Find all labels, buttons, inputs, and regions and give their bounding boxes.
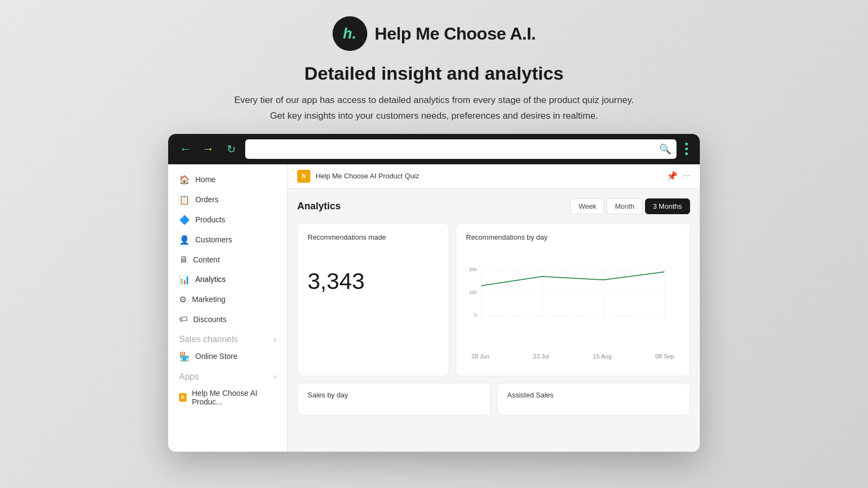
chevron-right-icon: ›	[273, 335, 276, 344]
page-header: h. Help Me Choose A.I. Detailed insight …	[234, 0, 634, 124]
month-filter-button[interactable]: Month	[607, 198, 642, 214]
search-icon[interactable]: 🔍	[659, 143, 671, 155]
line-chart: 200 100 0	[466, 247, 680, 350]
page-subtitle: Every tier of our app has access to deta…	[234, 93, 634, 124]
svg-text:0: 0	[474, 312, 477, 318]
app-small-logo: h	[297, 170, 310, 183]
discounts-icon: 🏷	[179, 314, 188, 324]
dot-2	[685, 147, 688, 150]
sales-by-day-card: Sales by day	[297, 383, 490, 415]
recommendations-card: Recommendations made 3,343	[297, 223, 449, 376]
top-cards-row: Recommendations made 3,343 Recommendatio…	[297, 223, 690, 376]
sidebar-item-discounts[interactable]: 🏷 Discounts	[168, 310, 287, 329]
sidebar-label-online-store: Online Store	[195, 352, 238, 361]
x-label-4: 08 Sep	[655, 353, 674, 359]
three-months-filter-button[interactable]: 3 Months	[645, 198, 690, 214]
sidebar-item-customers[interactable]: 👤 Customers	[168, 230, 287, 250]
analytics-icon: 📊	[179, 274, 190, 285]
more-icon[interactable]: ···	[683, 171, 690, 181]
sidebar-label-marketing: Marketing	[192, 295, 225, 304]
sidebar: 🏠 Home 📋 Orders 🔷 Products 👤 Customers 🖥…	[168, 164, 288, 452]
marketing-icon: ⚙	[179, 294, 187, 305]
browser-search-bar: 🔍	[245, 139, 676, 159]
page-title: Detailed insight and analytics	[304, 63, 564, 84]
time-filter-group: Week Month 3 Months	[570, 198, 690, 214]
app-title: Help Me Choose AI Product Quiz	[316, 172, 661, 180]
chart-container: 200 100 0 28 Jun	[466, 247, 680, 366]
sidebar-item-home[interactable]: 🏠 Home	[168, 170, 287, 190]
apps-section: Apps ›	[168, 367, 287, 384]
svg-text:100: 100	[469, 290, 477, 295]
app-icon: h	[179, 393, 187, 402]
logo-row: h. Help Me Choose A.I.	[333, 16, 536, 51]
dot-1	[685, 143, 688, 145]
app-top-bar: h Help Me Choose AI Product Quiz 📌 ···	[288, 164, 700, 189]
assisted-sales-title: Assisted Sales	[507, 391, 680, 399]
chart-x-labels: 28 Jun 22 Jul 15 Aug 08 Sep	[466, 353, 680, 359]
chart-card: Recommendations by day	[456, 223, 690, 376]
recommendations-value: 3,343	[308, 268, 439, 294]
week-filter-button[interactable]: Week	[570, 198, 604, 214]
browser-bar: ← → ↻ 🔍	[168, 134, 700, 164]
sales-by-day-title: Sales by day	[308, 391, 480, 399]
header-icons: 📌 ···	[667, 171, 690, 181]
app-content: 🏠 Home 📋 Orders 🔷 Products 👤 Customers 🖥…	[168, 164, 700, 452]
brand-name: Help Me Choose A.I.	[375, 24, 536, 44]
sidebar-label-customers: Customers	[195, 235, 232, 244]
sidebar-item-products[interactable]: 🔷 Products	[168, 210, 287, 230]
sidebar-label-content: Content	[193, 255, 220, 264]
back-button[interactable]: ←	[177, 140, 194, 158]
sidebar-item-content[interactable]: 🖥 Content	[168, 250, 287, 269]
content-icon: 🖥	[179, 255, 188, 265]
refresh-button[interactable]: ↻	[222, 140, 240, 158]
browser-menu[interactable]	[682, 140, 691, 157]
chevron-right-icon-apps: ›	[273, 372, 276, 382]
customers-icon: 👤	[179, 235, 190, 245]
svg-text:200: 200	[469, 267, 477, 272]
chart-title: Recommendations by day	[466, 233, 680, 241]
sidebar-item-online-store[interactable]: 🏪 Online Store	[168, 346, 287, 367]
home-icon: 🏠	[179, 175, 190, 185]
sidebar-label-discounts: Discounts	[193, 315, 226, 324]
assisted-sales-card: Assisted Sales	[497, 383, 690, 415]
search-input[interactable]	[251, 145, 671, 153]
x-label-3: 15 Aug	[593, 353, 611, 359]
sidebar-label-app: Help Me Choose AI Produc...	[192, 389, 276, 406]
analytics-header: Analytics Week Month 3 Months	[297, 198, 690, 214]
sidebar-label-analytics: Analytics	[195, 275, 226, 284]
sidebar-item-marketing[interactable]: ⚙ Marketing	[168, 290, 287, 310]
products-icon: 🔷	[179, 215, 190, 225]
x-label-1: 28 Jun	[471, 353, 489, 359]
sidebar-label-products: Products	[195, 215, 225, 224]
sales-channels-section: Sales channels ›	[168, 329, 287, 346]
main-area: h Help Me Choose AI Product Quiz 📌 ··· A…	[288, 164, 700, 452]
recommendations-card-title: Recommendations made	[308, 233, 439, 241]
x-label-2: 22 Jul	[533, 353, 549, 359]
sidebar-item-analytics[interactable]: 📊 Analytics	[168, 269, 287, 290]
pin-icon[interactable]: 📌	[667, 171, 678, 181]
forward-button[interactable]: →	[200, 140, 217, 158]
sidebar-item-orders[interactable]: 📋 Orders	[168, 190, 287, 210]
sidebar-item-app[interactable]: h Help Me Choose AI Produc...	[168, 384, 287, 411]
store-icon: 🏪	[179, 351, 190, 362]
analytics-content: Analytics Week Month 3 Months Recommenda…	[288, 189, 700, 452]
dot-3	[685, 152, 688, 155]
app-logo: h.	[333, 16, 367, 51]
sidebar-label-home: Home	[195, 175, 215, 184]
bottom-cards-row: Sales by day Assisted Sales	[297, 383, 690, 415]
analytics-title: Analytics	[297, 201, 341, 212]
browser-window: ← → ↻ 🔍 🏠 Home 📋 Orders 🔷 Produ	[168, 134, 700, 452]
sidebar-label-orders: Orders	[195, 195, 219, 204]
orders-icon: 📋	[179, 195, 190, 205]
